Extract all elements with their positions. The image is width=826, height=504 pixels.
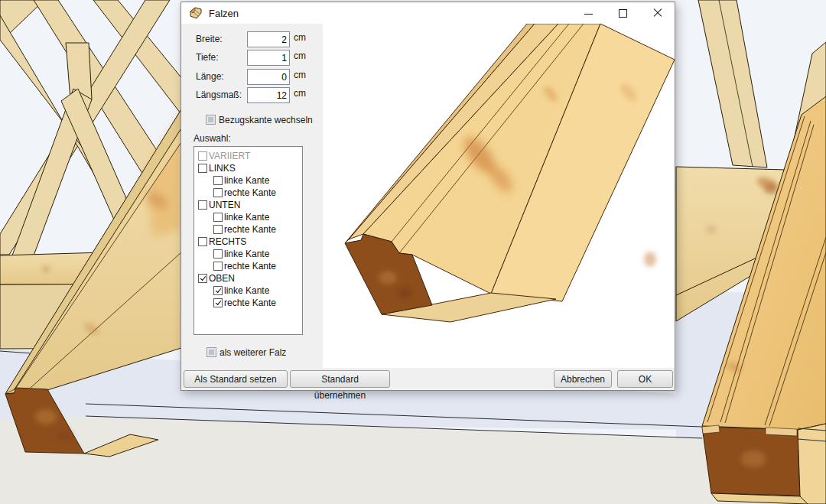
close-icon	[653, 8, 662, 18]
weiterer-falz-checkbox[interactable]	[206, 347, 216, 357]
checkbox[interactable]	[213, 249, 223, 259]
tree-item-rechts-rechte-kante[interactable]: rechte Kante	[194, 260, 302, 272]
tree-item-unten-rechte-kante[interactable]: rechte Kante	[194, 223, 302, 236]
tree-item-links-linke-kante[interactable]: linke Kante	[194, 174, 302, 187]
maximize-icon	[619, 9, 627, 18]
dialog-title: Falzen	[209, 8, 239, 19]
tree-item-rechts-linke-kante[interactable]: linke Kante	[194, 248, 302, 260]
tree-item-links[interactable]: LINKS	[194, 162, 302, 174]
checkbox[interactable]	[213, 176, 223, 185]
bezugskante-checkbox[interactable]	[206, 115, 216, 125]
standard-uebernehmen-button[interactable]: Standard übernehmen	[290, 370, 390, 388]
checkbox-checked[interactable]	[213, 286, 223, 295]
application-window: Falzen	[0, 0, 826, 504]
falzen-dialog: Falzen	[180, 2, 675, 391]
checkbox[interactable]	[198, 151, 207, 161]
tree-item-oben-rechte-kante[interactable]: rechte Kante	[194, 297, 302, 309]
tiefe-input[interactable]	[247, 50, 290, 66]
laengsmass-label: Längsmaß:	[196, 89, 242, 100]
checkbox[interactable]	[213, 213, 223, 222]
minimize-button[interactable]	[571, 2, 606, 24]
tree-item-oben-linke-kante[interactable]: linke Kante	[194, 285, 302, 297]
falz-preview-3d	[323, 24, 675, 368]
checkbox[interactable]	[213, 262, 223, 271]
checkbox[interactable]	[198, 237, 207, 246]
minimize-icon	[584, 14, 593, 15]
abbrechen-button[interactable]: Abbrechen	[554, 370, 612, 388]
falz-dialog-icon	[190, 7, 203, 20]
breite-unit: cm	[294, 32, 306, 43]
ok-button[interactable]: OK	[617, 370, 673, 388]
bezugskante-label: Bezugskante wechseln	[219, 115, 313, 125]
checkbox-checked[interactable]	[198, 274, 207, 283]
checkbox[interactable]	[213, 225, 223, 234]
tree-item-oben[interactable]: OBEN	[194, 272, 302, 285]
close-button[interactable]	[640, 2, 675, 24]
dialog-body: Breite: cm Tiefe: cm Länge: cm Längsmaß:…	[181, 24, 675, 390]
auswahl-label: Auswahl:	[193, 133, 231, 144]
tree-item-rechts[interactable]: RECHTS	[194, 236, 302, 248]
tree-item-unten-linke-kante[interactable]: linke Kante	[194, 211, 302, 223]
dialog-titlebar[interactable]: Falzen	[181, 2, 675, 24]
auswahl-listbox[interactable]: VARIIERT LINKS linke Kante rechte Kante …	[193, 146, 303, 335]
tiefe-unit: cm	[294, 50, 306, 61]
tree-item-variiert[interactable]: VARIIERT	[194, 150, 302, 162]
als-standard-setzen-button[interactable]: Als Standard setzen	[184, 370, 288, 388]
breite-label: Breite:	[196, 34, 223, 44]
checkbox[interactable]	[213, 188, 223, 197]
laenge-unit: cm	[294, 70, 306, 80]
maximize-button[interactable]	[606, 2, 640, 24]
tree-item-links-rechte-kante[interactable]: rechte Kante	[194, 187, 302, 199]
checkbox[interactable]	[198, 164, 207, 173]
breite-input[interactable]	[247, 31, 290, 47]
laengsmass-unit: cm	[294, 88, 306, 99]
tiefe-label: Tiefe:	[196, 52, 219, 63]
tree-item-unten[interactable]: UNTEN	[194, 199, 302, 211]
checkbox[interactable]	[198, 200, 207, 210]
weiterer-falz-label: als weiterer Falz	[220, 347, 286, 358]
checkbox-checked[interactable]	[213, 298, 223, 307]
laengsmass-input[interactable]	[247, 87, 290, 103]
laenge-input[interactable]	[247, 69, 290, 85]
laenge-label: Länge:	[196, 71, 224, 82]
